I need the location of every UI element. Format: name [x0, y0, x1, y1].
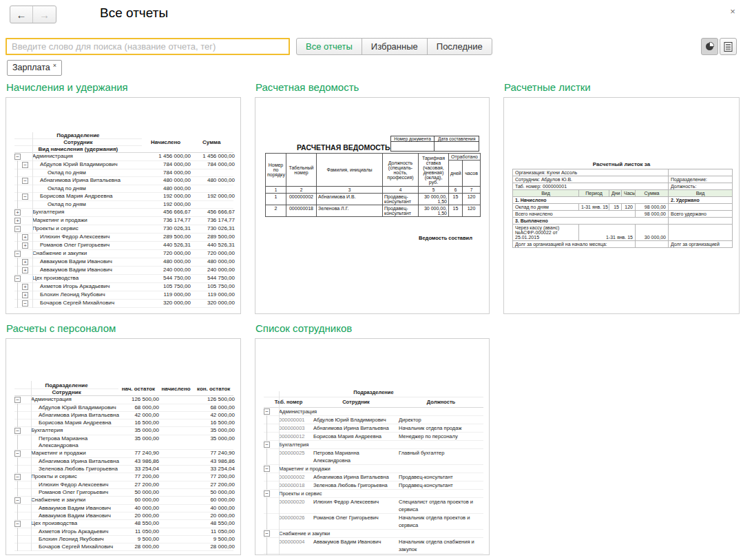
back-button[interactable]: ← [10, 6, 33, 23]
header-sum: Сумма [189, 139, 233, 145]
row-label: Абдулов Юрий Владимирович [31, 404, 119, 411]
row-label: Аввакумов Вадим Иванович [32, 267, 143, 273]
report-link-personnel[interactable]: Расчеты с персоналом [6, 322, 241, 334]
cell-v3: 40 000,00 [195, 505, 235, 512]
cell-v1: 440 526,31 [143, 242, 191, 249]
tree-connector-line [266, 448, 267, 465]
tag-remove-icon[interactable]: × [53, 62, 56, 69]
list-view-button[interactable] [720, 38, 737, 55]
row-label: Бочаров Сергей Михайлович [31, 543, 119, 550]
report-preview-accruals[interactable]: Подразделение Сотрудник Вид начисления (… [6, 97, 241, 314]
tree-gutter [264, 538, 279, 553]
cell-v3: 77 240,90 [195, 450, 235, 457]
report-link-accruals[interactable]: Начисления и удержания [6, 81, 241, 93]
tree-connector-line [266, 553, 267, 555]
employee-row: 000000005Аввакумов Вадим ИвановичСпециал… [264, 554, 483, 555]
tree-connector-line [266, 432, 267, 441]
employee-group-row: −Проекты и сервис [264, 490, 483, 498]
slip-empty-cell [636, 241, 669, 248]
header-accrued: начислено [158, 386, 194, 392]
header-employee: Сотрудник [313, 397, 399, 407]
slip-total-withheld: Всего удержано [669, 211, 733, 218]
col-order-number: Номер по порядку [266, 154, 286, 187]
report-link-pay-slips[interactable]: Расчетные листки [504, 81, 740, 93]
cell-position: Начальник отдела продаж [399, 424, 483, 432]
row-label: Снабжение и закупки [32, 250, 143, 257]
row-label: Оклад по дням [32, 201, 143, 208]
expand-icon: + [22, 234, 28, 240]
cell-v2: 720 000,00 [191, 250, 235, 257]
col-num: 1 [266, 187, 286, 194]
col-num: 5 [419, 187, 449, 194]
tree-row: Ахметов Игорь Аркадьевич11 050,0011 050,… [14, 528, 233, 536]
cell-v1: 35 000,00 [119, 435, 159, 442]
tree-row: +Ахметов Игорь Аркадьевич105 750,00105 7… [14, 283, 233, 291]
slip-total-sum: 98 000,00 [636, 211, 669, 218]
search-input[interactable] [6, 38, 290, 55]
chart-view-button[interactable] [701, 38, 718, 55]
group-label: Снабжение и закупки [279, 530, 330, 537]
pay-sheet-cell: 2 [266, 205, 286, 217]
row-label: Борисова Мария Андреевна [32, 193, 143, 200]
tree-row: +Бухгалтерия456 666,67456 666,67 [14, 209, 233, 217]
reports-grid: Начисления и удержания Подразделение Сот… [6, 81, 740, 555]
pay-sheet-cell: Абнагимова И.В. [317, 194, 383, 205]
cell-position: Менеджер по персоналу [399, 433, 483, 440]
row-label: Администрация [32, 153, 143, 160]
report-preview-pay-sheet[interactable]: РАСЧЕТНАЯ ВЕДОМОСТЬ Номер документа Дата… [255, 97, 490, 314]
tree-connector-line [17, 435, 18, 450]
tree-gutter: − [14, 225, 32, 233]
close-icon[interactable]: × [726, 6, 739, 18]
collapse-icon: − [14, 154, 21, 160]
report-link-pay-sheet[interactable]: Расчетная ведомость [255, 81, 490, 93]
expand-icon: + [22, 284, 28, 290]
header-accrued: Начислено [142, 139, 190, 145]
tree-connector-line [266, 497, 267, 514]
collapse-icon: − [14, 450, 21, 457]
row-label: Администрация [31, 396, 119, 403]
header-department: Подразделение [264, 388, 483, 397]
slip-total-name: Всего начислено [513, 211, 636, 218]
row-label: Аввакумов Вадим Иванович [31, 512, 119, 519]
tree-connector-line [17, 543, 18, 551]
cell-v1: 20 000,00 [119, 512, 159, 519]
tab-recent[interactable]: Последние [427, 38, 492, 55]
employees-table-header: Таб. номер Сотрудник Должность [264, 397, 483, 408]
group-label: Администрация [279, 408, 317, 415]
report-link-employees[interactable]: Список сотрудников [255, 322, 490, 334]
tree-row: Абнагимова Ирина Витальевна43 986,8643 9… [14, 458, 233, 466]
cell-v1: 480 000,00 [143, 177, 191, 184]
row-label: Аввакумов Вадим Иванович [31, 505, 119, 512]
forward-button[interactable]: → [33, 6, 56, 23]
tree-row: Оклад по дням192 000,00 [14, 201, 233, 209]
report-preview-personnel[interactable]: Подразделение Сотрудник нач. остаток нач… [6, 338, 241, 555]
report-preview-pay-slips[interactable]: Расчетный листок за Организация: Кухни А… [503, 97, 740, 314]
tab-favorites[interactable]: Избранные [362, 38, 428, 55]
employee-row: 000000020Илюхин Федор АлексеевичСпециали… [264, 498, 483, 514]
tree-gutter: − [14, 250, 32, 258]
tree-row: +Маркетинг и продажи736 174,77736 174,77 [14, 217, 233, 225]
collapse-icon: − [22, 162, 28, 168]
tree-gutter [14, 505, 31, 512]
cell-tab-number: 000000020 [279, 498, 313, 506]
cell-v1: 60 000,00 [119, 497, 159, 504]
tab-all-reports[interactable]: Все отчеты [296, 38, 362, 55]
cell-v1: 16 500,00 [119, 419, 159, 426]
collapse-icon: − [22, 300, 28, 307]
tree-gutter [14, 466, 31, 473]
report-preview-employees[interactable]: Подразделение Таб. номер Сотрудник Должн… [255, 338, 490, 555]
cell-employee: Романов Олег Григорьевич [313, 514, 399, 521]
cell-v1: 720 000,00 [143, 250, 191, 257]
report-section-employees: Список сотрудников Подразделение Таб. но… [255, 322, 490, 555]
page-title: Все отчеты [100, 6, 168, 21]
tree-row: −Цех производства544 750,00544 750,00 [14, 275, 233, 283]
pay-sheet-cell: 15 [449, 205, 463, 217]
tag-chip-salary[interactable]: Зарплата × [7, 60, 62, 76]
tree-row: −Цех производства48 550,0048 550,00 [14, 520, 233, 528]
employee-group-row: −Бухгалтерия [264, 441, 483, 449]
cell-v1: 28 000,00 [119, 543, 159, 550]
cell-position: Продавец-консультант [399, 473, 483, 481]
cell-v2: 320 000,00 [191, 300, 235, 307]
tree-gutter [14, 185, 32, 192]
tree-row: −Абдулов Юрий Владимирович784 000,00784 … [14, 161, 233, 169]
